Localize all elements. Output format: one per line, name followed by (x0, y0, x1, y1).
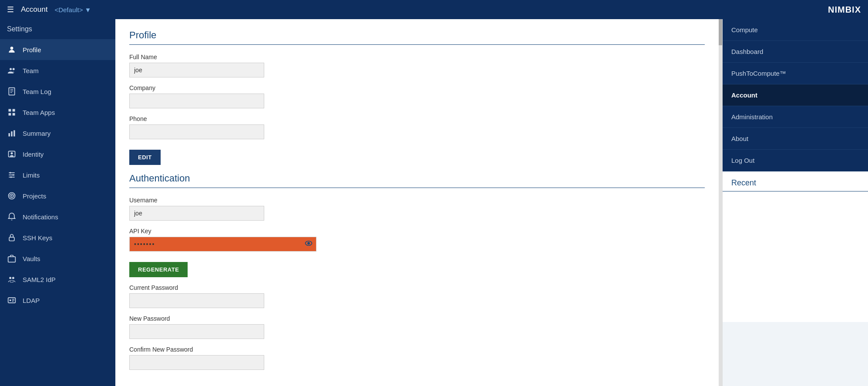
scroll-thumb[interactable] (719, 19, 722, 45)
hamburger-icon[interactable]: ☰ (7, 5, 14, 14)
sidebar-item-ssh-keys[interactable]: SSH Keys (0, 227, 115, 248)
sidebar-label-team-log: Team Log (23, 88, 51, 95)
new-password-input[interactable] (129, 324, 264, 339)
sidebar-item-team-apps[interactable]: Team Apps (0, 102, 115, 123)
badge-icon (7, 149, 17, 159)
svg-rect-11 (9, 133, 10, 137)
sidebar-label-limits: Limits (23, 171, 40, 179)
new-password-group: New Password (129, 315, 705, 339)
username-input[interactable] (129, 206, 264, 221)
phone-label: Phone (129, 115, 705, 122)
regenerate-button[interactable]: REGENERATE (129, 262, 188, 277)
sidebar-label-summary: Summary (23, 130, 50, 137)
sidebar-item-saml2-idp[interactable]: SAML2 IdP (0, 269, 115, 290)
svg-rect-26 (8, 257, 16, 262)
confirm-password-input[interactable] (129, 355, 264, 370)
svg-rect-10 (13, 113, 15, 116)
phone-input[interactable] (129, 124, 264, 139)
sidebar-label-team-apps: Team Apps (23, 109, 55, 116)
sidebar-item-limits[interactable]: Limits (0, 164, 115, 185)
person-icon (7, 45, 17, 54)
bar-chart-icon (7, 128, 17, 138)
sidebar-item-vaults[interactable]: Vaults (0, 248, 115, 269)
sidebar-item-team[interactable]: Team (0, 60, 115, 81)
full-name-label: Full Name (129, 54, 705, 60)
sidebar-label-ldap: LDAP (23, 297, 40, 304)
company-group: Company (129, 84, 705, 108)
svg-point-19 (10, 172, 11, 173)
sidebar-label-notifications: Notifications (23, 213, 58, 221)
svg-point-35 (308, 242, 310, 244)
sidebar-label-saml2-idp: SAML2 IdP (23, 276, 56, 283)
eye-icon[interactable] (304, 239, 313, 249)
right-panel: Compute Dashboard PushToCompute™ Account… (722, 19, 868, 386)
group-icon (7, 66, 17, 75)
nimbix-logo: NIMBIX (828, 5, 861, 15)
default-dropdown[interactable]: <Default> ▼ (54, 6, 91, 13)
new-password-label: New Password (129, 315, 705, 322)
settings-header: Settings (0, 19, 115, 39)
full-name-group: Full Name (129, 54, 705, 77)
tune-icon (7, 170, 17, 180)
api-key-wrapper (129, 237, 316, 252)
content-area: Profile Full Name Company Phone EDIT Aut… (115, 19, 719, 386)
svg-point-24 (11, 195, 12, 196)
sidebar-label-identity: Identity (23, 151, 44, 158)
phone-group: Phone (129, 115, 705, 139)
svg-point-28 (12, 277, 14, 279)
api-key-label: API Key (129, 228, 705, 235)
svg-rect-7 (9, 109, 11, 112)
sidebar-item-notifications[interactable]: Notifications (0, 206, 115, 227)
svg-rect-3 (9, 88, 14, 95)
right-panel-about[interactable]: About (723, 128, 868, 150)
api-key-input[interactable] (129, 237, 316, 252)
bell-icon (7, 212, 17, 222)
briefcase-icon (7, 254, 17, 263)
right-panel-account[interactable]: Account (723, 84, 868, 106)
sidebar-item-team-log[interactable]: Team Log (0, 81, 115, 102)
username-group: Username (129, 197, 705, 221)
right-panel-push-to-compute[interactable]: PushToCompute™ (723, 63, 868, 84)
left-sidebar: Settings Profile Team Team Log (0, 19, 115, 386)
right-panel-compute[interactable]: Compute (723, 19, 868, 41)
auth-divider (129, 188, 705, 188)
profile-divider (129, 44, 705, 45)
svg-rect-8 (13, 109, 15, 112)
current-password-input[interactable] (129, 293, 264, 308)
sidebar-label-vaults: Vaults (23, 255, 40, 262)
apps-icon (7, 107, 17, 117)
right-panel-log-out[interactable]: Log Out (723, 150, 868, 171)
lock-icon (7, 233, 17, 242)
sidebar-item-profile[interactable]: Profile (0, 39, 115, 60)
sidebar-label-projects: Projects (23, 192, 46, 200)
scroll-divider (719, 19, 722, 386)
svg-point-15 (11, 152, 13, 154)
description-icon (7, 87, 17, 96)
username-label: Username (129, 197, 705, 204)
svg-point-21 (10, 176, 12, 178)
current-password-label: Current Password (129, 284, 705, 291)
company-input[interactable] (129, 94, 264, 108)
sidebar-label-ssh-keys: SSH Keys (23, 234, 52, 242)
edit-button[interactable]: EDIT (129, 150, 161, 165)
svg-rect-25 (9, 237, 14, 241)
top-nav: ☰ Account <Default> ▼ NIMBIX (0, 0, 868, 19)
confirm-password-group: Confirm New Password (129, 346, 705, 370)
sidebar-item-projects[interactable]: Projects (0, 185, 115, 206)
nav-account-title: Account (21, 5, 47, 14)
sidebar-item-summary[interactable]: Summary (0, 123, 115, 144)
svg-point-30 (10, 299, 11, 301)
full-name-input[interactable] (129, 63, 264, 77)
sidebar-item-ldap[interactable]: LDAP (0, 290, 115, 311)
svg-rect-9 (9, 113, 11, 116)
contact-card-icon (7, 295, 17, 305)
sidebar-label-profile: Profile (23, 46, 41, 54)
profile-section-title: Profile (129, 30, 705, 41)
auth-section-title: Authentication (129, 173, 705, 184)
svg-rect-13 (13, 130, 15, 136)
right-panel-dashboard[interactable]: Dashboard (723, 41, 868, 63)
sidebar-item-identity[interactable]: Identity (0, 144, 115, 164)
recent-section-title: Recent (723, 171, 868, 191)
right-panel-administration[interactable]: Administration (723, 106, 868, 128)
group-person-icon (7, 275, 17, 284)
